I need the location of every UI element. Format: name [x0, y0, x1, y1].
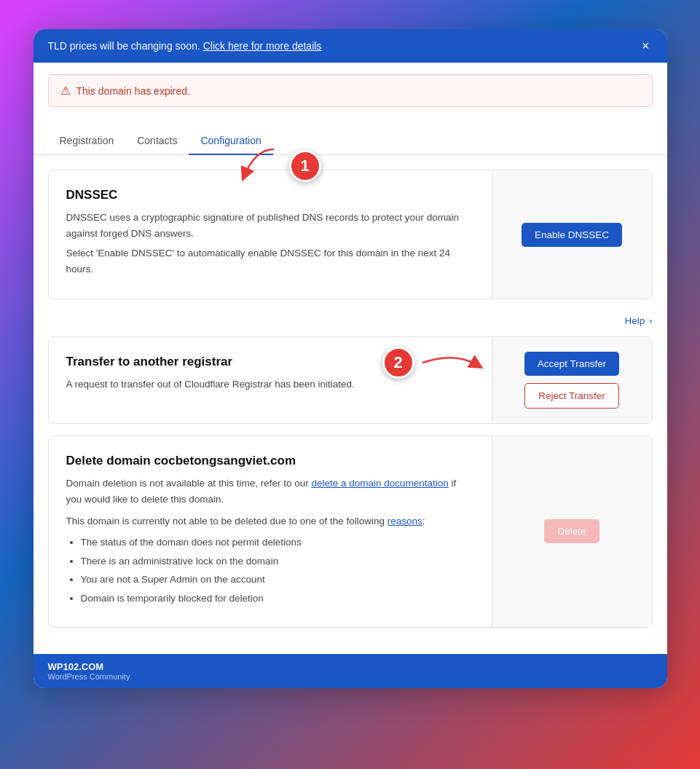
delete-body-pre: Domain deletion is not available at this… [66, 478, 309, 489]
delete-reasons-list: The status of the domain does not permit… [66, 535, 474, 606]
tab-bar: Registration Contacts Configuration [34, 113, 667, 155]
tab-registration[interactable]: Registration [48, 127, 126, 155]
dnssec-body-line2: Select 'Enable DNSSEC' to automatically … [66, 245, 474, 277]
dnssec-body-line1: DNSSEC uses a cryptographic signature of… [66, 210, 474, 241]
transfer-section: Transfer to another registrar A request … [48, 336, 653, 424]
delete-reasons-link[interactable]: reasons [388, 516, 422, 527]
dnssec-body: DNSSEC uses a cryptographic signature of… [66, 210, 474, 277]
tld-banner: TLD prices will be changing soon. Click … [34, 29, 667, 63]
annotation-bubble-1: 1 [289, 150, 321, 182]
list-item: There is an administrative lock on the d… [81, 553, 474, 569]
banner-message: TLD prices will be changing soon. [48, 40, 200, 52]
delete-section: Delete domain cocbetongsangviet.com Doma… [48, 435, 653, 627]
dnssec-left: DNSSEC DNSSEC uses a cryptographic signa… [49, 170, 492, 299]
expired-alert-text: This domain has expired. [76, 85, 190, 97]
delete-title: Delete domain cocbetongsangviet.com [66, 454, 474, 468]
annotation-arrow-2 [419, 344, 484, 381]
enable-dnssec-button[interactable]: Enable DNSSEC [522, 223, 622, 247]
dnssec-section: DNSSEC DNSSEC uses a cryptographic signa… [48, 170, 653, 299]
list-item: You are not a Super Admin on the account [81, 572, 474, 588]
content-area: 1 DNSSEC DNSSEC uses a cryptographic sig… [34, 155, 667, 654]
delete-body-line1: Domain deletion is not available at this… [66, 476, 474, 507]
accept-transfer-button[interactable]: Accept Transfer [524, 352, 620, 376]
help-label: Help [624, 315, 645, 326]
delete-body-line2: This domain is currently not able to be … [66, 513, 474, 529]
delete-button[interactable]: Delete [544, 519, 599, 543]
transfer-right: 2 Accept Transfer Reject Transfer [492, 337, 652, 423]
annotation-arrow-1 [234, 142, 285, 182]
footer-bar: WP102.COM WordPress Community [34, 654, 667, 688]
annotation-bubble-2: 2 [382, 347, 414, 379]
warning-icon: ⚠ [60, 84, 71, 98]
footer-logo: WP102.COM [48, 661, 130, 672]
main-card: TLD prices will be changing soon. Click … [34, 29, 667, 688]
dnssec-right: Enable DNSSEC [492, 170, 652, 299]
list-item: Domain is temporarily blocked for deleti… [81, 591, 474, 607]
banner-close-button[interactable]: × [639, 39, 653, 52]
delete-right: Delete [492, 436, 652, 626]
list-item: The status of the domain does not permit… [81, 535, 474, 551]
delete-body: Domain deletion is not available at this… [66, 476, 474, 606]
help-chevron-icon: › [649, 315, 653, 326]
delete-left: Delete domain cocbetongsangviet.com Doma… [49, 436, 492, 626]
reject-transfer-button[interactable]: Reject Transfer [524, 383, 619, 409]
banner-link[interactable]: Click here for more details [203, 40, 322, 52]
delete-docs-link[interactable]: delete a domain documentation [311, 478, 448, 489]
help-row[interactable]: Help › [48, 311, 653, 336]
banner-text: TLD prices will be changing soon. Click … [48, 40, 322, 52]
tab-contacts[interactable]: Contacts [125, 127, 189, 155]
dnssec-title: DNSSEC [66, 188, 474, 202]
expired-alert: ⚠ This domain has expired. [48, 74, 653, 107]
footer-subtitle: WordPress Community [48, 672, 130, 681]
